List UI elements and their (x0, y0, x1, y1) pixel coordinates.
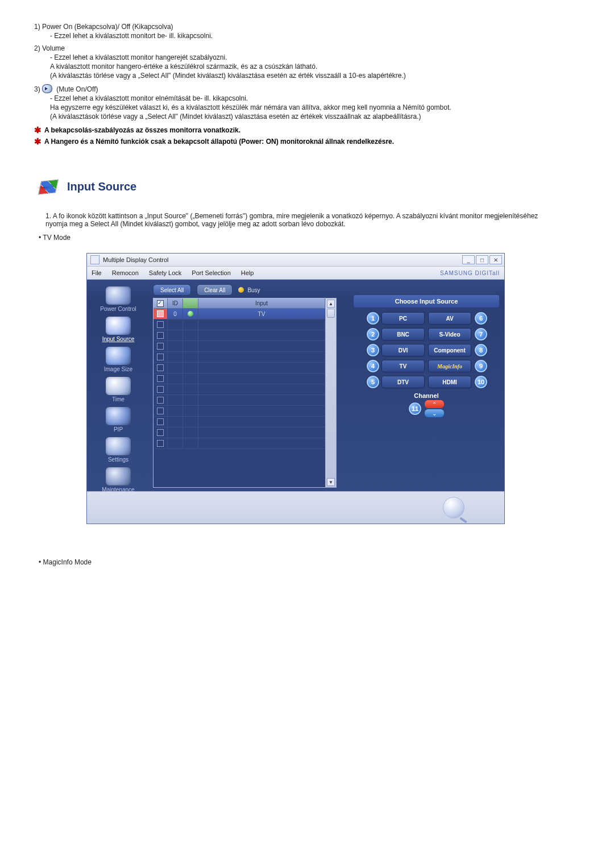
menu-port-selection[interactable]: Port Selection (192, 269, 230, 276)
table-row[interactable] (154, 406, 325, 417)
nav-label: Image Size (104, 366, 132, 372)
nav-power-control[interactable]: Power Control (87, 285, 150, 313)
item-number: 3) (34, 85, 40, 93)
numlist-item-volume: 2) Volume Ezzel lehet a kiválasztott mon… (34, 44, 557, 80)
time-icon (106, 377, 131, 395)
col-status[interactable] (183, 298, 198, 308)
src-component[interactable]: Component (428, 344, 471, 356)
src-tv[interactable]: TV (381, 360, 425, 372)
table-row[interactable] (154, 417, 325, 427)
right-panel: Choose Input Source 1 PC AV 6 2 BNC S-Vi… (350, 280, 504, 491)
col-input[interactable]: Input (198, 298, 325, 308)
nav-label: Time (112, 396, 125, 402)
item-line: (A kiválasztás törlése vagy a „Select Al… (50, 72, 557, 80)
app-footer (87, 491, 504, 524)
numlist-item-mute: 3) (Mute On/Off) Ezzel lehet a kiválaszt… (34, 84, 557, 121)
grid-area: ID Input 0 TV (153, 298, 346, 488)
toolbar-row: Select All Clear All Busy (153, 284, 346, 296)
nav-maintenance[interactable]: Maintenance (87, 466, 150, 494)
grid-rows: 0 TV (154, 309, 325, 449)
section-header-row: Input Source (34, 177, 557, 196)
badge-4: 4 (367, 360, 379, 372)
mute-icon (42, 84, 52, 93)
busy-indicator: Busy (238, 287, 260, 293)
left-nav: Power Control Input Source Image Size Ti… (87, 280, 150, 491)
screenshot-wrapper: Multiple Display Control _ □ ✕ File Remo… (34, 253, 557, 524)
nav-time[interactable]: Time (87, 376, 150, 404)
scroll-down-icon[interactable]: ▼ (327, 478, 335, 486)
src-svideo[interactable]: S-Video (428, 328, 471, 340)
menu-safety-lock[interactable]: Safety Lock (149, 269, 181, 276)
col-id[interactable]: ID (168, 298, 183, 308)
table-row[interactable] (154, 330, 325, 341)
maximize-button[interactable]: □ (476, 255, 488, 264)
nav-image-size[interactable]: Image Size (87, 346, 150, 373)
table-row[interactable] (154, 427, 325, 438)
nav-input-source[interactable]: Input Source (87, 315, 150, 343)
table-row[interactable] (154, 438, 325, 449)
scroll-up-icon[interactable]: ▲ (327, 300, 335, 308)
row-checkbox-icon (157, 310, 164, 317)
window-buttons: _ □ ✕ (462, 255, 502, 264)
nav-label: Input Source (102, 336, 135, 342)
src-bnc[interactable]: BNC (381, 328, 425, 340)
channel-label: Channel (353, 392, 500, 399)
table-row[interactable] (154, 352, 325, 363)
table-row[interactable] (154, 395, 325, 406)
rubik-icon (34, 177, 59, 196)
input-source-icon (106, 317, 131, 335)
src-av[interactable]: AV (428, 312, 471, 325)
select-all-button[interactable]: Select All (153, 284, 191, 296)
table-row[interactable] (154, 341, 325, 352)
badge-9: 9 (475, 360, 487, 372)
nav-label: Power Control (100, 306, 136, 312)
badge-2: 2 (367, 328, 379, 340)
magnifier-icon[interactable] (443, 497, 464, 518)
grid-header: ID Input (154, 298, 325, 309)
grid-scrollbar[interactable]: ▲ ▼ (326, 298, 337, 488)
table-row[interactable] (154, 384, 325, 395)
src-pc[interactable]: PC (381, 312, 425, 325)
center-column: Select All Clear All Busy ID (150, 280, 350, 491)
table-row[interactable] (154, 363, 325, 373)
item-line: A kiválasztott monitor hangero-értéke a … (50, 63, 557, 70)
nav-pip[interactable]: PIP (87, 406, 150, 434)
para-index: 1. (45, 212, 51, 220)
table-row[interactable] (154, 319, 325, 330)
item-line: Ezzel lehet a kiválasztott monitor elném… (50, 94, 557, 102)
menu-remocon[interactable]: Remocon (112, 269, 139, 276)
badge-8: 8 (475, 344, 487, 356)
menu-help[interactable]: Help (241, 269, 254, 276)
item-line: (A kiválasztások törlése vagy a „Select … (50, 113, 557, 121)
src-hdmi[interactable]: HDMI (428, 376, 471, 388)
checkbox-icon (157, 300, 164, 307)
image-size-icon (106, 347, 131, 365)
table-row[interactable] (154, 373, 325, 384)
menu-file[interactable]: File (92, 269, 102, 276)
item-title: Power On (Bekapcsolva)/ Off (Kikapcsolva… (42, 23, 173, 31)
busy-dot-icon (238, 287, 244, 293)
nav-settings[interactable]: Settings (87, 436, 150, 464)
close-button[interactable]: ✕ (489, 255, 502, 264)
section-title: Input Source (67, 180, 136, 193)
col-checkbox[interactable] (154, 298, 168, 308)
app-icon (90, 255, 99, 264)
star-note-2: A Hangero és a Némító funkciók csak a be… (34, 138, 557, 146)
src-dvi[interactable]: DVI (381, 344, 425, 356)
badge-6: 6 (475, 312, 487, 325)
brand-label: SAMSUNG DIGITall (440, 270, 500, 276)
titlebar: Multiple Display Control _ □ ✕ (87, 254, 504, 267)
numlist-item-power: 1) Power On (Bekapcsolva)/ Off (Kikapcso… (34, 23, 557, 40)
channel-up-button[interactable]: ⌃ (425, 400, 444, 408)
src-dtv[interactable]: DTV (381, 376, 425, 388)
scroll-thumb[interactable] (327, 309, 335, 318)
src-magicinfo[interactable]: MagicInfo (428, 360, 471, 372)
item-title: (Mute On/Off) (56, 85, 98, 93)
minimize-button[interactable]: _ (462, 255, 475, 264)
table-row[interactable]: 0 TV (154, 309, 325, 319)
window-title: Multiple Display Control (103, 256, 169, 263)
badge-10: 10 (475, 376, 487, 388)
clear-all-button[interactable]: Clear All (197, 284, 233, 296)
input-source-grid: 1 PC AV 6 2 BNC S-Video 7 3 DVI Componen… (367, 312, 486, 389)
channel-down-button[interactable]: ⌄ (425, 409, 444, 417)
